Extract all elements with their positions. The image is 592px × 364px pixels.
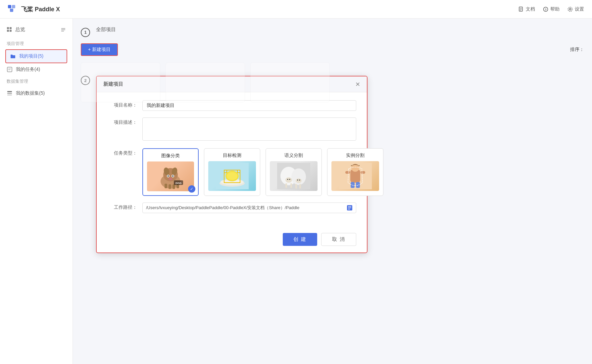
svg-rect-64 xyxy=(361,171,365,174)
path-edit-icon[interactable] xyxy=(347,205,353,211)
logo-icon xyxy=(8,4,19,15)
task-label-instance-seg: 实例分割 xyxy=(331,153,379,159)
modal-footer: 创 建 取 消 xyxy=(97,228,367,252)
my-tasks-label: 我的任务(4) xyxy=(16,67,40,72)
task-icon xyxy=(7,67,13,72)
new-project-modal: 新建项目 ✕ 项目名称： 项目描述： xyxy=(96,76,368,253)
task-img-object-detect xyxy=(208,161,256,191)
settings-nav-item[interactable]: 设置 xyxy=(567,6,584,12)
project-mgmt-title: 项目管理 xyxy=(0,38,73,49)
settings-label: 设置 xyxy=(575,6,584,12)
task-types-container: 图像分类 xyxy=(142,148,383,196)
svg-point-62 xyxy=(351,164,359,172)
task-label-semantic-seg: 语义分割 xyxy=(270,153,318,159)
svg-rect-63 xyxy=(345,171,350,174)
svg-point-32 xyxy=(169,178,173,180)
svg-rect-12 xyxy=(10,27,12,29)
sidebar-item-my-tasks[interactable]: 我的任务(4) xyxy=(0,63,73,76)
help-icon: ? xyxy=(543,7,548,12)
folder-icon xyxy=(10,53,16,59)
svg-point-51 xyxy=(287,179,288,180)
svg-rect-2 xyxy=(10,9,13,12)
svg-rect-0 xyxy=(8,5,11,8)
svg-rect-11 xyxy=(7,27,9,29)
project-card xyxy=(81,63,160,102)
docs-icon xyxy=(518,7,524,12)
svg-rect-33 xyxy=(165,184,167,188)
workpath-control: /Users/lvxueying/Desktop/PaddlePaddle/00… xyxy=(142,203,356,213)
project-desc-control xyxy=(142,117,356,142)
workpath-text: /Users/lvxueying/Desktop/PaddlePaddle/00… xyxy=(146,205,344,211)
breadcrumb: 全部项目 xyxy=(96,26,116,33)
create-button[interactable]: 创 建 xyxy=(283,233,317,246)
settings-icon xyxy=(567,7,573,12)
svg-rect-1 xyxy=(12,5,15,8)
docs-label: 文档 xyxy=(526,6,535,12)
my-projects-label: 我的项目(5) xyxy=(19,53,43,59)
svg-rect-59 xyxy=(299,184,301,189)
sidebar-overview-left: 总览 xyxy=(7,26,25,33)
task-card-semantic-seg[interactable]: 语义分割 xyxy=(266,148,322,196)
task-check-image-classify: ✓ xyxy=(188,185,195,193)
my-datasets-label: 我的数据集(5) xyxy=(16,90,45,96)
svg-rect-18 xyxy=(7,67,12,72)
task-img-instance-seg xyxy=(331,161,379,191)
svg-point-30 xyxy=(168,175,169,177)
svg-point-54 xyxy=(297,180,298,181)
svg-rect-56 xyxy=(285,183,287,188)
task-label-image-classify: 图像分类 xyxy=(147,153,194,159)
project-desc-label: 项目描述： xyxy=(107,117,137,125)
project-grid xyxy=(81,63,584,102)
svg-rect-13 xyxy=(7,30,9,32)
person-illustration xyxy=(339,163,372,189)
svg-rect-22 xyxy=(7,93,12,94)
sort-area: 排序： xyxy=(570,47,584,53)
svg-point-53 xyxy=(296,178,302,183)
dataset-icon xyxy=(7,90,13,96)
svg-point-10 xyxy=(568,7,572,11)
sidebar-item-my-datasets[interactable]: 我的数据集(5) xyxy=(0,87,73,100)
workpath-row: 工作路径： /Users/lvxueying/Desktop/PaddlePad… xyxy=(107,203,356,213)
svg-rect-34 xyxy=(169,184,171,189)
grid-icon xyxy=(7,27,13,33)
svg-point-55 xyxy=(299,180,300,181)
project-desc-textarea[interactable] xyxy=(142,117,356,141)
help-label: 帮助 xyxy=(550,6,560,12)
docs-nav-item[interactable]: 文档 xyxy=(518,6,535,12)
sidebar-item-my-projects[interactable]: 我的项目(5) xyxy=(5,49,67,63)
task-card-image-classify[interactable]: 图像分类 xyxy=(142,148,199,196)
task-card-instance-seg[interactable]: 实例分割 xyxy=(327,148,383,196)
logo-text: 飞桨 Paddle X xyxy=(21,5,60,13)
help-nav-item[interactable]: ? 帮助 xyxy=(543,6,560,12)
menu-icon[interactable] xyxy=(61,27,66,32)
svg-point-43 xyxy=(227,172,237,180)
cancel-button[interactable]: 取 消 xyxy=(321,233,356,246)
overview-label: 总览 xyxy=(15,26,25,33)
sort-label: 排序： xyxy=(570,47,584,53)
svg-point-50 xyxy=(285,177,292,183)
svg-point-31 xyxy=(172,175,173,177)
lemon-illustration xyxy=(216,163,249,189)
dog-illustration: DOG xyxy=(154,163,187,190)
project-card xyxy=(250,63,330,102)
svg-point-9 xyxy=(569,8,571,10)
svg-rect-35 xyxy=(173,184,175,189)
project-card xyxy=(166,63,245,102)
svg-rect-14 xyxy=(10,30,12,32)
workpath-label: 工作路径： xyxy=(107,203,137,210)
task-type-control: 图像分类 xyxy=(142,148,383,196)
step1-badge: 1 xyxy=(81,28,90,37)
modal-body: 项目名称： 项目描述： 任务类型： xyxy=(97,92,367,228)
sidebar-overview-row[interactable]: 总览 xyxy=(0,24,73,38)
svg-point-52 xyxy=(289,179,290,180)
nav-actions: 文档 ? 帮助 设置 xyxy=(518,6,584,12)
sheep-illustration xyxy=(277,163,310,189)
task-img-image-classify: DOG xyxy=(147,161,194,191)
top-nav: 飞桨 Paddle X 文档 ? 帮助 设置 xyxy=(0,0,592,19)
task-img-semantic-seg xyxy=(270,161,318,191)
svg-rect-57 xyxy=(290,183,292,188)
task-card-object-detect[interactable]: 目标检测 xyxy=(204,148,260,196)
new-project-button[interactable]: + 新建项目 xyxy=(81,43,118,56)
svg-text:?: ? xyxy=(545,8,547,11)
main-layout: 总览 项目管理 我的项目(5) 我的任务(4 xyxy=(0,19,592,364)
